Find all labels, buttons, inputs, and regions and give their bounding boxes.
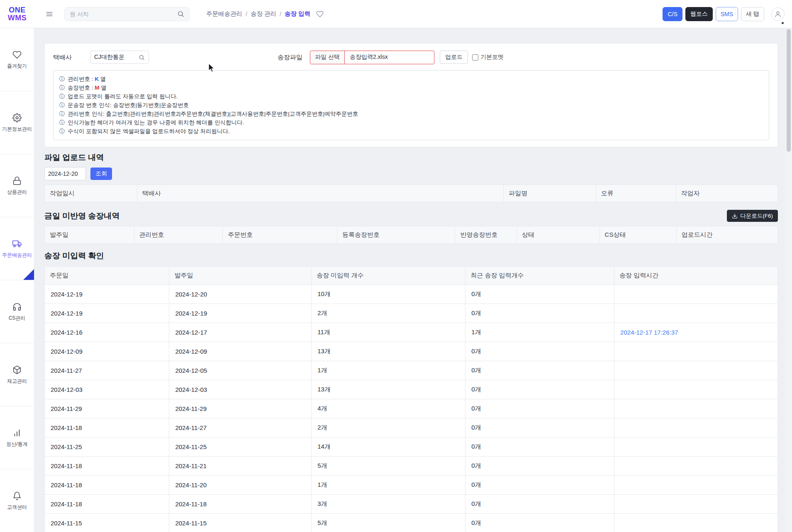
favorite-icon[interactable]	[316, 10, 324, 18]
sidebar-item-inventory[interactable]: 재고관리	[0, 343, 34, 406]
new-tab-button[interactable]: 새 탭	[741, 7, 764, 21]
notice-box: ⓘ 관리번호 : K 열 ⓘ 송장번호 : M 열 ⓘ 업로드 포맷이 틀려도 …	[53, 70, 769, 140]
webpos-button[interactable]: 웹포스	[685, 7, 713, 21]
table-row[interactable]: 2024-12-19 2024-12-20 10개 0개	[45, 285, 778, 304]
invoice-time-cell[interactable]	[614, 285, 778, 304]
logo-text-wms: WMS	[0, 14, 34, 22]
sidebar-item-label: 고객센터	[6, 504, 28, 510]
order-date-cell: 2024-11-18	[45, 418, 169, 437]
table-row[interactable]: 2024-11-27 2024-12-05 1개 0개	[45, 361, 778, 380]
order-date-cell: 2024-12-16	[45, 323, 169, 342]
search-icon[interactable]	[177, 10, 184, 17]
info-icon: ⓘ	[59, 109, 65, 118]
order-date-cell: 2024-11-29	[45, 399, 169, 418]
breadcrumb-separator: /	[280, 11, 281, 17]
column-header: 작업자	[676, 185, 777, 202]
recent-count-cell: 0개	[465, 285, 614, 304]
invoice-time-cell[interactable]	[614, 457, 778, 476]
user-avatar[interactable]	[771, 7, 785, 21]
table-row[interactable]: 2024-11-18 2024-11-20 1개 0개	[45, 476, 778, 495]
order-date-cell: 2024-11-18	[45, 457, 169, 476]
sidebar-item-basic-info[interactable]: 기본정보관리	[0, 91, 34, 154]
sidebar-item-settlement[interactable]: 정산/통계	[0, 406, 34, 469]
column-header: 등록송장번호	[337, 226, 455, 244]
download-button[interactable]: 다운로드(F6)	[727, 210, 778, 222]
invoice-time-cell[interactable]	[614, 342, 778, 361]
sidebar-item-favorites[interactable]: 즐겨찾기	[0, 28, 34, 91]
table-row[interactable]: 2024-11-25 2024-11-25 14개 0개	[45, 437, 778, 457]
breadcrumb-item-invoice-input[interactable]: 송장 입력	[285, 10, 310, 18]
column-header: 업로드시간	[676, 226, 777, 244]
table-row[interactable]: 2024-11-29 2024-11-29 4개 0개	[45, 399, 778, 418]
table-row[interactable]: 2024-12-16 2024-12-17 11개 1개 2024-12-17 …	[45, 323, 778, 342]
invoice-time-cell[interactable]	[614, 476, 778, 495]
invoice-time-cell[interactable]	[614, 399, 778, 418]
missing-count-cell: 11개	[312, 323, 465, 342]
sidebar-item-cs[interactable]: CS관리	[0, 280, 34, 343]
headset-icon	[12, 302, 22, 311]
scrollbar-thumb[interactable]	[787, 29, 791, 152]
breadcrumb-item-order-shipping[interactable]: 주문배송관리	[206, 10, 242, 18]
file-select-button[interactable]: 파일 선택	[310, 51, 345, 64]
invoice-time-cell[interactable]	[614, 437, 778, 457]
scrollbar-track[interactable]	[785, 28, 792, 532]
missing-table: 주문일발주일송장 미입력 개수최근 송장 입력개수송장 입력시간 2024-12…	[44, 266, 778, 532]
recent-count-cell: 0개	[465, 361, 614, 380]
table-row[interactable]: 2024-12-09 2024-12-09 13개 0개	[45, 342, 778, 361]
box-icon	[12, 365, 22, 374]
order-date-cell: 2024-11-18	[45, 495, 169, 514]
table-row[interactable]: 2024-11-18 2024-11-18 3개 0개	[45, 495, 778, 514]
default-format-label: 기본포멧	[480, 53, 504, 61]
notice-line: ⓘ 관리번호 인식: 출고번호|관리번호|관리번호2|주문번호(체결번호)|고객…	[59, 109, 763, 118]
recent-count-cell: 0개	[465, 495, 614, 514]
recent-count-cell: 0개	[465, 380, 614, 399]
menu-icon[interactable]	[45, 10, 54, 18]
invoice-time-cell[interactable]: 2024-12-17 17:26:37	[614, 323, 778, 342]
recent-count-cell: 0개	[465, 457, 614, 476]
app-logo[interactable]: ONE WMS	[0, 6, 34, 22]
notice-line: ⓘ 운송장 번호 인식: 송장번호|등기번호|운송장번호	[59, 101, 763, 109]
invoice-time-cell[interactable]	[614, 514, 778, 532]
sms-button[interactable]: SMS	[716, 7, 738, 21]
notice-list: ⓘ 업로드 포맷이 틀려도 자동으로 입력 됩니다. ⓘ 운송장 번호 인식: …	[59, 92, 763, 136]
search-button[interactable]: 조회	[90, 168, 112, 180]
column-header: 주문일	[45, 267, 169, 285]
breadcrumb-item-invoice-mgmt[interactable]: 송장 관리	[251, 10, 276, 18]
search-input[interactable]	[70, 11, 177, 17]
courier-input[interactable]	[94, 54, 139, 61]
invoice-time-cell[interactable]	[614, 361, 778, 380]
download-button-label: 다운로드(F6)	[740, 212, 773, 220]
po-date-cell: 2024-12-20	[169, 285, 312, 304]
courier-search-icon[interactable]	[139, 54, 145, 61]
table-row[interactable]: 2024-11-18 2024-11-27 2개 0개	[45, 418, 778, 437]
sidebar-item-support[interactable]: 고객센터	[0, 469, 34, 532]
date-input[interactable]	[44, 167, 86, 180]
bar-chart-icon	[12, 428, 22, 437]
po-date-cell: 2024-11-29	[169, 399, 312, 418]
invoice-time-cell[interactable]	[614, 304, 778, 323]
missing-count-cell: 2개	[312, 418, 465, 437]
missing-count-cell: 14개	[312, 437, 465, 457]
bell-icon	[12, 491, 22, 500]
sidebar-item-products[interactable]: 상품관리	[0, 154, 34, 217]
upload-history-filter: 조회	[44, 167, 778, 180]
default-format-checkbox[interactable]	[472, 54, 478, 61]
upload-button[interactable]: 업로드	[440, 51, 468, 64]
sidebar-item-order-shipping[interactable]: 주문배송관리	[0, 217, 34, 280]
table-row[interactable]: 2024-12-19 2024-12-19 2개 0개	[45, 304, 778, 323]
gear-icon	[12, 113, 22, 122]
sidebar-item-label: 재고관리	[6, 378, 28, 384]
table-row[interactable]: 2024-11-15 2024-11-15 5개 0개	[45, 514, 778, 532]
invoice-time-cell[interactable]	[614, 380, 778, 399]
cs-button[interactable]: C/S	[663, 7, 682, 21]
missing-title: 송장 미입력 확인	[44, 250, 778, 261]
invoice-time-cell[interactable]	[614, 495, 778, 514]
table-row[interactable]: 2024-11-18 2024-11-21 5개 0개	[45, 457, 778, 476]
table-row[interactable]: 2024-12-03 2024-12-03 13개 0개	[45, 380, 778, 399]
info-icon: ⓘ	[59, 127, 65, 136]
column-header: 오류	[596, 185, 676, 202]
po-date-cell: 2024-11-20	[169, 476, 312, 495]
heart-icon	[12, 50, 22, 59]
missing-count-cell: 5개	[312, 514, 465, 532]
invoice-time-cell[interactable]	[614, 418, 778, 437]
